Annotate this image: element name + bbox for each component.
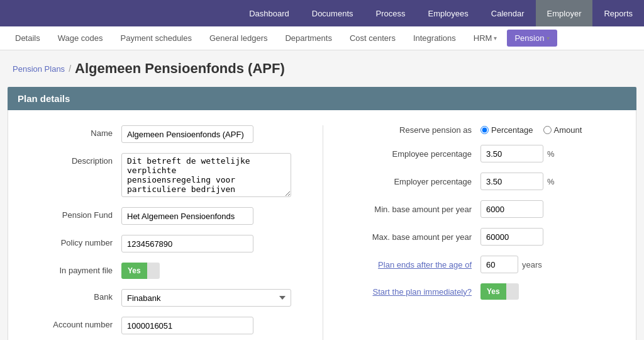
nav-calendar[interactable]: Calendar	[480, 0, 536, 26]
start-immediately-label[interactable]: Start the plan immediately?	[355, 287, 480, 297]
nav-documents[interactable]: Documents	[301, 0, 365, 26]
bank-select[interactable]: Finabank ABN AMRO ING Rabobank	[121, 289, 291, 307]
sub-navigation: Details Wage codes Payment schedules Gen…	[0, 26, 644, 50]
nav-dashboard[interactable]: Dashboard	[238, 0, 301, 26]
plan-ends-input[interactable]	[480, 256, 518, 273]
pension-fund-row: Pension Fund	[21, 207, 291, 225]
description-row: Description Dit betreft de wettelijke ve…	[21, 153, 291, 197]
nav-process[interactable]: Process	[365, 0, 417, 26]
amount-option[interactable]: Amount	[543, 125, 582, 135]
pension-fund-label: Pension Fund	[21, 207, 121, 220]
nav-employees[interactable]: Employees	[416, 0, 479, 26]
in-payment-toggle[interactable]: Yes	[121, 263, 160, 279]
nav-reports[interactable]: Reports	[592, 0, 644, 26]
plan-ends-label[interactable]: Plan ends after the age of	[355, 260, 480, 269]
account-number-row: Account number	[21, 317, 291, 334]
reserve-pension-options: Percentage Amount	[480, 125, 582, 135]
max-base-row: Max. base amount per year	[355, 228, 623, 246]
name-input[interactable]	[121, 125, 253, 143]
bank-label: Bank	[21, 289, 121, 302]
percentage-radio[interactable]	[480, 126, 489, 134]
name-label: Name	[21, 125, 121, 138]
account-number-input[interactable]	[121, 317, 253, 334]
in-payment-row: In payment file Yes	[21, 263, 291, 279]
percentage-option[interactable]: Percentage	[480, 125, 533, 135]
employer-pct-label: Employer percentage	[355, 177, 480, 186]
employee-pct-unit: %	[547, 149, 555, 159]
plan-ends-row: Plan ends after the age of years	[355, 256, 623, 273]
min-base-input[interactable]	[480, 200, 543, 218]
subnav-pension-dropdown[interactable]: Pension ▾	[507, 30, 557, 47]
employer-pct-row: Employer percentage %	[355, 173, 623, 190]
bank-row: Bank Finabank ABN AMRO ING Rabobank	[21, 289, 291, 307]
subnav-details[interactable]: Details	[8, 28, 48, 48]
subnav-hrm-dropdown[interactable]: HRM ▾	[466, 30, 505, 47]
start-immediately-no-button[interactable]	[506, 283, 519, 300]
employer-pct-unit: %	[547, 177, 555, 186]
form-left-column: Name Description Dit betreft de wettelij…	[21, 125, 291, 340]
employee-pct-input[interactable]	[480, 145, 543, 162]
policy-number-label: Policy number	[21, 235, 121, 247]
breadcrumb-parent[interactable]: Pension Plans	[13, 64, 65, 74]
amount-radio[interactable]	[543, 126, 552, 134]
form-right-column: Reserve pension as Percentage Amount Emp…	[355, 125, 623, 340]
nav-employer[interactable]: Employer	[536, 0, 593, 26]
max-base-label: Max. base amount per year	[355, 232, 480, 242]
policy-number-input[interactable]	[121, 235, 253, 252]
description-label: Description	[21, 153, 121, 166]
employer-pct-input[interactable]	[480, 173, 543, 190]
description-textarea[interactable]: Dit betreft de wettelijke verplichte pen…	[121, 153, 291, 197]
min-base-row: Min. base amount per year	[355, 200, 623, 218]
max-base-input[interactable]	[480, 228, 543, 246]
reserve-pension-row: Reserve pension as Percentage Amount	[355, 125, 623, 135]
start-immediately-yes-button[interactable]: Yes	[480, 283, 506, 300]
page-title: Algemeen Pensioenfonds (APF)	[75, 60, 285, 77]
policy-number-row: Policy number	[21, 235, 291, 252]
employee-pct-row: Employee percentage %	[355, 145, 623, 162]
top-navigation: Dashboard Documents Process Employees Ca…	[0, 0, 644, 26]
amount-label: Amount	[554, 125, 582, 135]
pension-fund-input[interactable]	[121, 207, 253, 225]
subnav-departments[interactable]: Departments	[277, 28, 339, 48]
subnav-integrations[interactable]: Integrations	[406, 28, 464, 48]
breadcrumb-separator: /	[69, 64, 71, 74]
chevron-down-icon: ▾	[547, 35, 550, 42]
subnav-payment-schedules[interactable]: Payment schedules	[113, 28, 199, 48]
column-divider	[323, 125, 323, 340]
name-row: Name	[21, 125, 291, 143]
employee-pct-label: Employee percentage	[355, 149, 480, 159]
in-payment-label: In payment file	[21, 263, 121, 275]
account-number-label: Account number	[21, 317, 121, 329]
years-unit: years	[522, 260, 542, 269]
subnav-cost-centers[interactable]: Cost centers	[342, 28, 403, 48]
breadcrumb: Pension Plans / Algemeen Pensioenfonds (…	[0, 50, 644, 82]
start-immediately-row: Start the plan immediately? Yes	[355, 283, 623, 300]
toggle-yes-button[interactable]: Yes	[121, 263, 147, 279]
plan-details-header: Plan details	[8, 87, 636, 110]
subnav-general-ledgers[interactable]: General ledgers	[202, 28, 275, 48]
chevron-down-icon: ▾	[494, 35, 497, 42]
subnav-wage-codes[interactable]: Wage codes	[50, 28, 111, 48]
toggle-no-button[interactable]	[147, 263, 160, 279]
reserve-pension-label: Reserve pension as	[355, 125, 480, 135]
min-base-label: Min. base amount per year	[355, 205, 480, 214]
percentage-label: Percentage	[491, 125, 533, 135]
start-immediately-toggle[interactable]: Yes	[480, 283, 519, 300]
plan-details-form: Name Description Dit betreft de wettelij…	[8, 110, 636, 340]
